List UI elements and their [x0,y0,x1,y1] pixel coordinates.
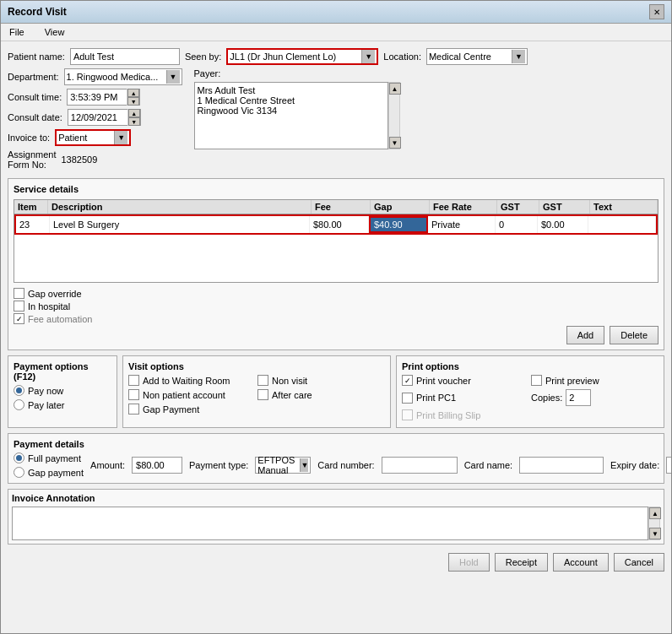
col-gst1: GST [497,200,539,214]
print-preview-checkbox[interactable] [531,375,542,386]
consult-date-spinner[interactable]: ▲ ▼ [68,109,141,126]
row-consult-date: Consult date: ▲ ▼ [8,109,182,126]
add-to-waiting-checkbox[interactable] [128,375,139,386]
card-number-input[interactable] [382,457,458,474]
col-description: Description [48,200,312,214]
payer-scroll-up-icon[interactable]: ▲ [389,83,401,95]
seen-by-dropdown[interactable]: JL1 (Dr Jhun Clement Lo) ▼ [226,48,378,65]
gap-payment-label: Gap Payment [143,404,199,415]
print-voucher-checkbox[interactable]: ✓ [402,375,413,386]
payment-radio-group: Pay now Pay later [14,385,111,410]
amount-input[interactable] [132,457,182,474]
payer-line2: 1 Medical Centre Street [198,95,385,106]
annotation-scroll-up-icon[interactable]: ▲ [649,507,661,519]
assignment-label: Assignment Form No: [8,149,56,170]
pay-now-row: Pay now [14,385,111,396]
in-hospital-checkbox[interactable] [14,301,24,312]
after-care-label: After care [272,390,312,400]
print-billing-checkbox[interactable] [402,409,413,420]
top-form: Patient name: Seen by: JL1 (Dr Jhun Clem… [8,48,664,173]
full-payment-radio[interactable] [14,452,24,463]
payment-options-title: Payment options (F12) [14,361,111,382]
cell-fee: $80.00 [310,216,369,233]
payment-details-row: Full payment Gap payment Amount: Payment… [14,452,658,478]
cell-text [588,216,656,233]
annotation-textarea[interactable] [12,507,648,540]
consult-date-down-icon[interactable]: ▼ [128,117,140,126]
cell-item: 23 [16,216,50,233]
menu-view[interactable]: View [40,25,70,39]
receipt-button[interactable]: Receipt [495,553,548,572]
left-form-fields: Department: 1. Ringwood Medica... ▼ Cons… [8,68,182,173]
print-options-grid: ✓ Print voucher Print preview Print PC1 … [402,375,658,422]
pay-now-radio[interactable] [14,385,24,396]
patient-name-input[interactable] [70,48,180,65]
non-visit-checkbox[interactable] [257,375,268,386]
service-buttons: Add Delete [14,326,658,344]
payer-box-container: Mrs Adult Test 1 Medical Centre Street R… [194,82,400,149]
payer-scrollbar[interactable]: ▲ ▼ [388,82,400,149]
invoice-to-dropdown[interactable]: Patient ▼ [55,129,131,146]
gap-payment-radio[interactable] [14,467,24,478]
location-dropdown[interactable]: Medical Centre ▼ [426,48,528,65]
expiry-input[interactable] [666,457,671,474]
invoice-to-label: Invoice to: [8,133,50,143]
card-name-input[interactable] [519,457,604,474]
col-gst2: GST [539,200,590,214]
copies-input[interactable] [566,389,591,406]
cell-fee-rate: Private [428,216,496,233]
consult-time-down-icon[interactable]: ▼ [127,97,139,106]
expiry-label: Expiry date: [610,460,659,470]
consult-date-arrows: ▲ ▼ [127,109,140,126]
title-bar: Record Visit ✕ [1,1,671,24]
department-dropdown[interactable]: 1. Ringwood Medica... ▼ [64,68,182,85]
annotation-scrollbar[interactable]: ▲ ▼ [648,507,660,540]
consult-time-input[interactable] [68,89,127,105]
patient-name-label: Patient name: [8,51,65,62]
gap-override-row: Gap override [14,288,658,299]
card-number-label: Card number: [317,460,374,470]
payer-text-box: Mrs Adult Test 1 Medical Centre Street R… [194,82,388,149]
payment-type-radios: Full payment Gap payment [14,452,84,478]
print-voucher-label: Print voucher [416,376,471,386]
print-voucher-row: ✓ Print voucher [402,375,529,386]
row-consult-time: Consult time: ▲ ▼ [8,89,182,106]
gap-override-checkbox[interactable] [14,288,24,299]
add-button[interactable]: Add [566,326,605,344]
payment-type-dropdown[interactable]: EFTPOS Manual ▼ [255,457,311,474]
location-label: Location: [383,51,421,62]
fee-automation-row: ✓ Fee automation [14,313,658,324]
print-pc1-row: Print PC1 [402,389,529,406]
pay-later-label: Pay later [28,400,64,410]
close-button[interactable]: ✕ [649,4,664,19]
account-button[interactable]: Account [553,553,609,572]
cancel-button[interactable]: Cancel [614,553,664,572]
assignment-value: 1382509 [61,154,97,165]
fee-automation-checkbox[interactable]: ✓ [14,313,24,324]
options-row: Payment options (F12) Pay now Pay later … [8,355,664,428]
payer-scroll-down-icon[interactable]: ▼ [389,137,401,149]
consult-date-input[interactable] [68,110,127,125]
non-patient-checkbox[interactable] [128,389,139,400]
pay-now-label: Pay now [28,386,63,396]
after-care-checkbox[interactable] [257,389,268,400]
non-patient-row: Non patient account [128,389,256,400]
gap-payment-checkbox[interactable] [128,404,139,415]
in-hospital-label: In hospital [28,301,70,312]
payment-details-panel: Payment details Full payment Gap payment… [8,433,664,484]
delete-button[interactable]: Delete [610,326,658,344]
row-patient: Patient name: Seen by: JL1 (Dr Jhun Clem… [8,48,664,65]
table-row[interactable]: 23 Level B Surgery $80.00 $40.90 Private… [14,214,658,235]
payment-options-panel: Payment options (F12) Pay now Pay later [8,355,117,428]
hold-button[interactable]: Hold [448,553,490,572]
consult-time-up-icon[interactable]: ▲ [127,89,139,97]
consult-time-spinner[interactable]: ▲ ▼ [67,89,140,106]
main-content: Patient name: Seen by: JL1 (Dr Jhun Clem… [1,41,671,633]
annotation-scroll-down-icon[interactable]: ▼ [649,528,661,539]
row-payer-label: Payer: [194,68,400,79]
pay-later-radio[interactable] [14,399,24,410]
cell-gst1: 0 [496,216,538,233]
menu-file[interactable]: File [4,25,30,39]
print-pc1-checkbox[interactable] [402,393,413,404]
consult-date-up-icon[interactable]: ▲ [128,109,140,117]
